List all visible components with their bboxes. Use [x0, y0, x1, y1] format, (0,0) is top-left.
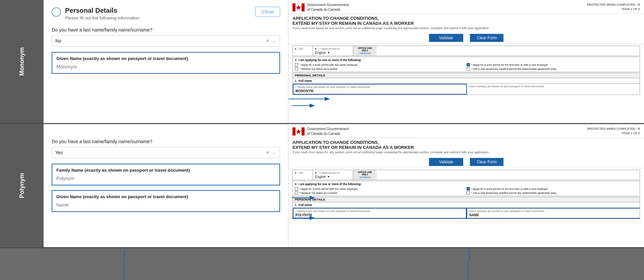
option-3: * Restore my status as a worker — [295, 67, 466, 70]
office-use-cell: OFFICE USE ONLY Validated — [353, 46, 377, 56]
personal-details-header: PERSONAL DETAILS — [293, 73, 640, 78]
given-name-label: Given Name (exactly as shown on passport… — [56, 56, 275, 61]
given-name-cell: Given name(s) (as shown on your passport… — [467, 84, 640, 95]
polynym-label-col: Polynym — [0, 124, 44, 247]
name-labels-row: * Family name (as shown on your passport… — [293, 84, 640, 95]
applying-section-2: 3 I am applying for one or more of the f… — [292, 181, 640, 196]
canada-flag-icon-2 — [292, 127, 305, 135]
uci-row: 1 UCI 2 * I want service in English ▼ OF… — [292, 46, 640, 56]
doc-form-body-2: 1 UCI 2 * I want service in English ▼ OF… — [288, 168, 644, 221]
clear-select-icon-2[interactable]: ✕ — [266, 150, 270, 155]
select-value-2: Yes — [55, 150, 63, 155]
doc-header-2: Government Gouvernement of Canada du Can… — [288, 124, 644, 138]
uci-cell-2: 1 UCI — [293, 170, 313, 180]
checkbox-2-1[interactable] — [295, 187, 298, 190]
doc-note: If you need more space for any section, … — [288, 26, 644, 32]
polynym-form-panel: Do you have a last name/family name/surn… — [44, 124, 288, 247]
last-name-question-2: Do you have a last name/family name/surn… — [52, 139, 280, 144]
gov-text: Government Gouvernement of Canada du Can… — [307, 3, 349, 12]
doc-header: Government Gouvernement of Canada du Can… — [288, 0, 644, 14]
checkbox-2-3[interactable] — [295, 191, 298, 194]
validate-button-2[interactable]: Validate — [429, 158, 463, 166]
last-name-select-2[interactable]: Yes ✕ ⌄ — [52, 147, 280, 158]
doc-note-2: If you need more space for any section, … — [288, 151, 644, 156]
main-container: Mononym Personal Details Please fill out… — [0, 0, 644, 260]
given-name-input-2[interactable] — [56, 202, 275, 208]
doc-title-2: APPLICATION TO CHANGE CONDITIONS, EXTEND… — [288, 138, 644, 151]
option-4: * Get a new temporary resident permit (f… — [467, 67, 638, 70]
canada-flag-icon — [292, 3, 305, 11]
family-name-input[interactable] — [56, 176, 275, 181]
applying-section: 3 I am applying for one or more of the f… — [292, 57, 640, 72]
svg-rect-5 — [292, 127, 296, 135]
applying-label: 3 I am applying for one or more of the f… — [295, 58, 638, 62]
svg-rect-0 — [292, 3, 296, 11]
chevron-down-icon[interactable]: ⌄ — [272, 38, 276, 44]
clear-select-icon[interactable]: ✕ — [266, 38, 270, 44]
checkbox-1[interactable] — [295, 63, 298, 66]
option-2-3: * Restore my status as a worker — [295, 191, 466, 194]
gov-en: Government Gouvernement — [307, 3, 349, 7]
protected-text-2: PROTECTED WHEN COMPLETED - B PAGE 1 OF 5 — [587, 127, 640, 135]
chevron-down-icon-2[interactable]: ⌄ — [272, 150, 276, 155]
checkbox-4[interactable] — [467, 67, 470, 70]
option-2-2: ✓ * Apply for a work permit for the firs… — [467, 187, 638, 190]
doc-header-left: Government Gouvernement of Canada du Can… — [292, 3, 349, 12]
mononym-label-col: Mononym — [0, 0, 44, 123]
given-name-label-2: Given Name (exactly as shown on passport… — [56, 194, 275, 199]
last-name-select[interactable]: No ✕ ⌄ — [52, 35, 280, 47]
select-controls-2: ✕ ⌄ — [266, 150, 276, 155]
mononym-form-panel: Personal Details Please fill out the fol… — [44, 0, 288, 123]
office-use-cell-2: OFFICE USE ONLY Validated — [353, 170, 377, 180]
full-name-header-cell: 1 Full name — [293, 78, 640, 83]
validate-button[interactable]: Validate — [429, 34, 463, 42]
given-name-input[interactable] — [56, 64, 275, 69]
protected-text: PROTECTED WHEN COMPLETED - B PAGE 1 OF 5 — [587, 3, 640, 11]
uci-cell: 1 UCI — [293, 46, 313, 56]
given-name-cell-2: Given name(s) (as shown on your passport… — [467, 208, 640, 219]
given-name-group-2: Given Name (exactly as shown on passport… — [52, 190, 280, 212]
doc-title: APPLICATION TO CHANGE CONDITIONS, EXTEND… — [288, 14, 644, 26]
doc-form-body: 1 UCI 2 * I want service in English ▼ OF… — [288, 44, 644, 97]
polynym-doc-panel: Government Gouvernement of Canada du Can… — [288, 124, 644, 247]
checkbox-2[interactable]: ✓ — [467, 63, 470, 66]
family-name-label: Family Name (exactly as shown on passpor… — [56, 168, 275, 173]
applying-options-2: * Apply for a work permit with the same … — [295, 187, 638, 194]
doc-toolbar: Validate Clear Form — [288, 32, 644, 44]
polynym-label: Polynym — [18, 173, 25, 198]
checkbox-2-2[interactable]: ✓ — [467, 187, 470, 190]
option-1: * Apply for a work permit with the same … — [295, 63, 466, 66]
doc-header-left-2: Government Gouvernement of Canada du Can… — [292, 127, 349, 136]
name-labels-row-2: * Family name (as shown on your passport… — [293, 208, 640, 219]
form-subtitle: Please fill out the following informatio… — [65, 15, 139, 20]
mononym-label: Mononym — [18, 47, 25, 76]
last-name-question: Do you have a last name/family name/surn… — [52, 27, 280, 33]
option-2-4: * Get a new temporary resident permit (f… — [467, 191, 638, 194]
bottom-connector — [0, 248, 644, 260]
option-2: ✓ * Apply for a work permit for the firs… — [467, 63, 638, 66]
form-header-text: Personal Details Please fill out the fol… — [65, 7, 139, 20]
given-name-group: Given Name (exactly as shown on passport… — [52, 52, 280, 74]
uci-row-2: 1 UCI 2 * I want service in English ▼ OF… — [292, 170, 640, 180]
personal-details-header-2: PERSONAL DETAILS — [293, 197, 640, 202]
service-cell: 2 * I want service in English ▼ — [313, 46, 353, 56]
header-circle-icon — [52, 7, 61, 17]
doc-toolbar-2: Validate Clear Form — [288, 156, 644, 168]
select-value: No — [55, 38, 61, 44]
personal-details-section-2: PERSONAL DETAILS 1 Full name * Family na… — [292, 197, 640, 219]
mononym-row: Mononym Personal Details Please fill out… — [0, 0, 644, 124]
form-header: Personal Details Please fill out the fol… — [52, 7, 280, 20]
service-cell-2: 2 * I want service in English ▼ — [313, 170, 353, 180]
applying-label-2: 3 I am applying for one or more of the f… — [295, 182, 638, 186]
checkbox-3[interactable] — [295, 67, 298, 70]
close-button[interactable]: Close — [255, 7, 280, 17]
clear-form-button[interactable]: Clear Form — [470, 34, 503, 42]
clear-form-button-2[interactable]: Clear Form — [470, 158, 503, 166]
full-name-header-row: 1 Full name — [293, 78, 640, 84]
svg-rect-7 — [302, 127, 305, 135]
checkbox-2-4[interactable] — [467, 191, 470, 194]
personal-details-section: PERSONAL DETAILS 1 Full name * Family na… — [292, 73, 640, 95]
form-title: Personal Details — [65, 7, 139, 14]
polynym-row: Polynym Do you have a last name/family n… — [0, 124, 644, 248]
select-controls: ✕ ⌄ — [266, 38, 276, 44]
